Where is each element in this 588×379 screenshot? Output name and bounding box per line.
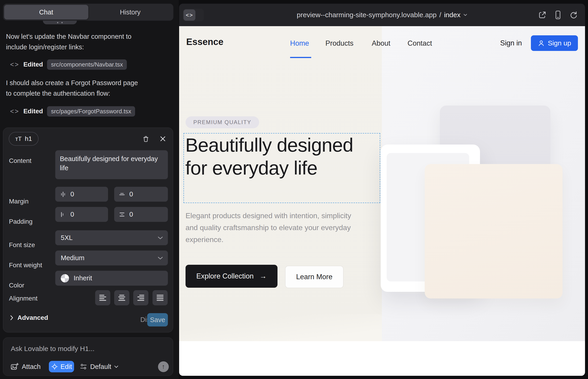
hero-heading[interactable]: Beautifully designed for everyday life — [185, 134, 379, 179]
open-in-new-tab-button[interactable] — [538, 10, 547, 19]
padding-x-input[interactable]: 0 — [55, 207, 108, 222]
padding-label: Padding — [9, 218, 32, 225]
nav-link-contact[interactable]: Contact — [407, 39, 432, 47]
margin-y-input[interactable]: 0 — [114, 187, 168, 202]
close-icon — [159, 135, 167, 142]
content-label: Content — [9, 157, 31, 164]
chat-panel: Chat History Now let's update the Navbar… — [0, 0, 179, 379]
hero-diagonal-accent — [179, 314, 382, 341]
edited-file-row: <> Edited src/components/Navbar.tsx — [10, 59, 127, 70]
chevron-down-icon — [157, 256, 163, 260]
hero-description: Elegant products designed with intention… — [186, 210, 363, 245]
typography-icon: тT — [15, 135, 22, 142]
font-weight-select[interactable]: Medium — [55, 251, 168, 266]
color-label: Color — [9, 282, 24, 289]
color-select[interactable]: Inherit — [55, 271, 168, 286]
chat-message: Now let's update the Navbar component to… — [6, 31, 141, 52]
nav-link-products[interactable]: Products — [325, 39, 353, 47]
preview-url: preview--charming-site-symphony.lovable.… — [297, 11, 437, 19]
default-mode-select[interactable]: Default — [79, 363, 119, 371]
chevron-down-icon — [157, 236, 163, 240]
align-justify-button[interactable] — [153, 290, 168, 305]
chevron-down-icon — [463, 14, 467, 16]
margin-horizontal-icon — [60, 191, 66, 198]
edited-file-row: <> Edited src/pages/ForgotPassword.tsx — [10, 106, 135, 117]
hero-badge: PREMIUM QUALITY — [186, 116, 259, 128]
attach-image-icon — [10, 363, 19, 371]
scrolled-chip-peek — [43, 21, 77, 24]
chevron-right-icon — [10, 315, 13, 320]
font-size-select[interactable]: 5XL — [55, 230, 168, 245]
color-swatch — [61, 274, 69, 283]
align-right-button[interactable] — [133, 290, 148, 305]
attach-button[interactable]: Attach — [10, 363, 41, 371]
chat-composer[interactable]: Ask Lovable to modify H1... Attach Edit — [3, 337, 173, 376]
align-center-icon — [118, 294, 125, 301]
mobile-view-button[interactable] — [553, 10, 563, 19]
font-size-label: Font size — [9, 241, 35, 249]
element-tag-label: h1 — [25, 135, 32, 142]
nav-link-home[interactable]: Home — [290, 39, 309, 47]
alignment-label: Alignment — [9, 295, 38, 302]
sliders-icon — [79, 363, 87, 371]
composer-input[interactable]: Ask Lovable to modify H1... — [11, 345, 94, 353]
advanced-toggle[interactable]: Advanced — [10, 314, 48, 321]
crosshair-icon — [51, 363, 58, 370]
content-input[interactable]: Beautifully designed for everyday life — [55, 150, 168, 179]
padding-horizontal-icon — [60, 211, 66, 218]
address-bar[interactable]: preview--charming-site-symphony.lovable.… — [179, 4, 585, 26]
align-center-button[interactable] — [114, 290, 129, 305]
delete-element-button[interactable] — [141, 134, 151, 144]
margin-label: Margin — [9, 198, 29, 205]
code-icon: <> — [10, 61, 19, 68]
nav-link-about[interactable]: About — [372, 39, 390, 47]
preview-browser-window: <> preview--charming-site-symphony.lovab… — [179, 4, 585, 376]
align-left-button[interactable] — [95, 290, 110, 305]
edit-mode-button[interactable]: Edit — [49, 361, 74, 372]
arrow-right-icon: → — [260, 272, 267, 280]
align-justify-icon — [156, 294, 164, 301]
save-button[interactable]: Save — [147, 313, 168, 327]
send-button[interactable]: ↑ — [158, 361, 169, 372]
element-tag-pill[interactable]: тT h1 — [9, 132, 39, 146]
preview-path: index — [444, 11, 461, 19]
padding-vertical-icon — [119, 211, 125, 218]
site-preview: Essence Home Products About Contact Sign… — [179, 26, 585, 376]
url-separator: / — [439, 11, 441, 19]
file-chip[interactable]: src/pages/ForgotPassword.tsx — [47, 106, 135, 117]
external-link-icon — [538, 11, 547, 19]
sign-in-link[interactable]: Sign in — [500, 39, 522, 47]
padding-y-input[interactable]: 0 — [114, 207, 168, 222]
code-icon: <> — [10, 108, 19, 115]
chat-history-tabbar: Chat History — [3, 4, 173, 21]
file-chip[interactable]: src/components/Navbar.tsx — [47, 59, 127, 70]
trash-icon — [142, 135, 150, 143]
chevron-down-icon — [114, 365, 119, 368]
align-right-icon — [137, 294, 144, 301]
align-left-icon — [99, 294, 107, 301]
margin-x-input[interactable]: 0 — [55, 187, 108, 202]
margin-vertical-icon — [119, 191, 125, 198]
send-arrow-icon: ↑ — [162, 363, 165, 370]
tab-history[interactable]: History — [88, 5, 172, 19]
browser-toolbar: <> preview--charming-site-symphony.lovab… — [179, 4, 585, 26]
smartphone-icon — [554, 10, 562, 19]
explore-collection-button[interactable]: Explore Collection → — [186, 265, 278, 288]
refresh-icon — [569, 11, 578, 19]
decorative-cream-card — [425, 164, 563, 299]
refresh-button[interactable] — [569, 10, 578, 19]
chat-message: I should also create a Forgot Password p… — [6, 78, 141, 99]
active-nav-underline — [290, 57, 311, 58]
element-editor-panel: тT h1 Content Beautifully designed for e… — [3, 127, 173, 332]
learn-more-button[interactable]: Learn More — [285, 266, 343, 288]
edited-label: Edited — [23, 61, 43, 68]
close-editor-button[interactable] — [158, 134, 168, 144]
user-icon — [538, 40, 545, 47]
site-logo[interactable]: Essence — [186, 37, 223, 47]
sign-up-button[interactable]: Sign up — [531, 35, 578, 51]
tab-chat[interactable]: Chat — [4, 5, 88, 19]
edited-label: Edited — [23, 108, 43, 115]
font-weight-label: Font weight — [9, 262, 42, 269]
